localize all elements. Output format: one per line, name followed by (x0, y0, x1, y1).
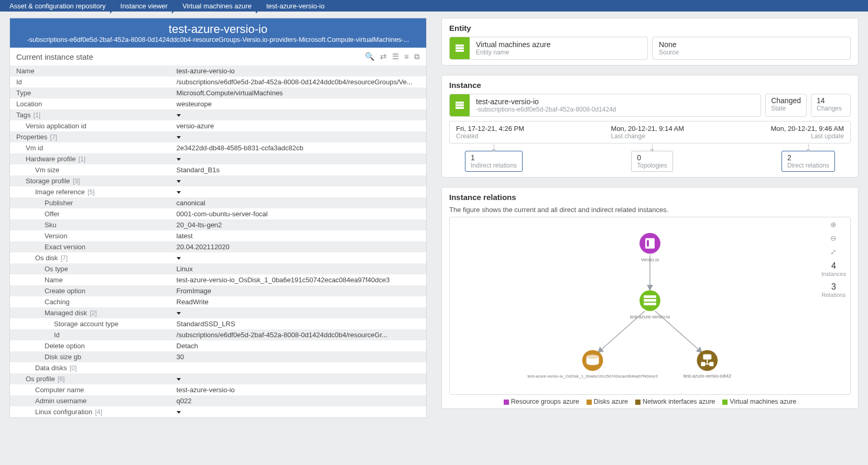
property-count: [5] (85, 189, 95, 196)
chevron-down-icon[interactable] (177, 378, 181, 381)
legend-item[interactable]: Disks azure (587, 398, 628, 405)
svg-rect-9 (645, 238, 655, 249)
property-value: Linux (177, 263, 426, 274)
property-row[interactable]: Storage profile [3] (10, 175, 426, 186)
instance-timestamps: Fri, 17-12-21, 4:26 PM Created Mon, 20-1… (449, 121, 851, 143)
instance-changes-box[interactable]: 14 Changes (811, 94, 851, 117)
svg-rect-10 (647, 240, 649, 247)
property-key: Sku (10, 219, 177, 230)
property-row[interactable]: Managed disk [2] (10, 307, 426, 318)
property-row[interactable]: Os profile [6] (10, 373, 426, 384)
property-count: [2] (87, 309, 97, 317)
property-key: Name (10, 274, 177, 285)
property-row[interactable]: Hardware profile [1] (10, 153, 426, 164)
property-key: Publisher (10, 197, 177, 208)
chevron-down-icon[interactable] (177, 158, 181, 161)
property-key: Type (10, 87, 177, 98)
collapse-all-icon[interactable]: ≡ (404, 52, 409, 61)
property-key: Offer (10, 208, 177, 219)
property-row[interactable]: Tags [1] (10, 109, 426, 120)
entity-source-box[interactable]: None Source (652, 37, 851, 60)
breadcrumb-item[interactable]: test-azure-versio-io (261, 2, 334, 10)
svg-point-17 (587, 355, 599, 359)
svg-rect-12 (644, 299, 656, 302)
instance-sub: -subscriptions-e6df0e5d-2baf-452a-8008-0… (476, 106, 616, 113)
relations-desc: The figure shows the current and all dir… (449, 206, 851, 214)
expand-all-icon[interactable]: ☰ (392, 52, 399, 61)
property-row[interactable]: Linux configuration [4] (10, 406, 426, 417)
property-value: ReadWrite (177, 296, 426, 307)
property-row: Data disks [0] (10, 362, 426, 373)
property-value: canonical (177, 197, 426, 208)
property-count: [7] (47, 134, 57, 141)
property-row[interactable]: Image reference [5] (10, 186, 426, 197)
search-icon[interactable]: 🔍 (365, 52, 375, 61)
chevron-down-icon[interactable] (177, 411, 181, 414)
chevron-down-icon[interactable] (177, 114, 181, 117)
entity-source: None (659, 40, 679, 49)
instance-name: test-azure-versio-io (476, 97, 616, 106)
shuffle-icon[interactable]: ⇄ (380, 52, 387, 61)
property-value (177, 186, 426, 197)
chevron-down-icon[interactable] (177, 180, 181, 183)
breadcrumb-item[interactable]: Asset & configuration repository (4, 2, 115, 10)
legend-swatch (635, 400, 641, 405)
legend-item[interactable]: Virtual machines azure (722, 398, 796, 405)
property-row: Id/subscriptions/e6df0e5d-2baf-452a-8008… (10, 329, 426, 340)
indirect-relations-box[interactable]: 1 Indirect relations (465, 151, 523, 172)
zoom-in-icon[interactable]: ⊕ (830, 220, 837, 229)
property-key: Storage account type (10, 318, 177, 329)
property-value (177, 362, 426, 373)
chevron-down-icon[interactable] (177, 312, 181, 315)
property-row: CachingReadWrite (10, 296, 426, 307)
property-row[interactable]: Properties [7] (10, 131, 426, 142)
expand-icon[interactable]: ⤢ (830, 248, 837, 256)
instance-detail-panel: test-azure-versio-io -subscriptions-e6df… (9, 18, 427, 418)
property-value: 20_04-lts-gen2 (177, 219, 426, 230)
property-key: Vm id (10, 142, 177, 153)
svg-rect-13 (644, 303, 656, 305)
instance-card-title: Instance (449, 81, 851, 90)
property-row: Os typeLinux (10, 263, 426, 274)
instance-title: test-azure-versio-io (15, 23, 421, 36)
legend-swatch (504, 400, 509, 405)
property-key: Exact version (10, 241, 177, 252)
legend-item[interactable]: Resource groups azure (504, 398, 579, 405)
property-value: 20.04.202112020 (177, 241, 426, 252)
property-key: Data disks [0] (10, 362, 177, 373)
copy-icon[interactable]: ⧉ (414, 52, 420, 61)
zoom-out-icon[interactable]: ⊖ (830, 234, 837, 242)
instance-name-box[interactable]: test-azure-versio-io -subscriptions-e6df… (449, 94, 761, 117)
breadcrumb-item[interactable]: Virtual machines azure (177, 2, 261, 10)
topologies-box[interactable]: 0 Topologies (631, 151, 672, 172)
svg-rect-3 (455, 102, 464, 104)
breadcrumb: Asset & configuration repository Instanc… (0, 0, 868, 12)
property-value: Microsoft.Compute/virtualMachines (177, 87, 426, 98)
direct-relations-box[interactable]: 2 Direct relations (782, 151, 835, 172)
chevron-down-icon[interactable] (177, 257, 181, 260)
property-key: Delete option (10, 340, 177, 351)
relations-svg: Versio.io test-azure-versio-io test-azur… (450, 217, 850, 394)
property-row[interactable]: Os disk [7] (10, 252, 426, 263)
breadcrumb-item[interactable]: Instance viewer (115, 2, 177, 10)
property-count: [7] (58, 254, 68, 262)
property-value: StandardSSD_LRS (177, 318, 426, 329)
property-key: Computer name (10, 384, 177, 395)
property-row: Admin usernameq022 (10, 395, 426, 406)
instance-state-box[interactable]: Changed State (765, 94, 807, 117)
entity-name-box[interactable]: Virtual machines azure Entity name (449, 37, 648, 60)
legend-item[interactable]: Network interfaces azure (635, 398, 715, 405)
property-row: Computer nametest-azure-versio-io (10, 384, 426, 395)
instance-subtitle: -subscriptions-e6df0e5d-2baf-452a-8008-0… (15, 36, 421, 43)
property-value (177, 109, 426, 120)
instance-created: Fri, 17-12-21, 4:26 PM (456, 125, 524, 132)
server-icon (450, 37, 470, 59)
property-row: Versionlatest (10, 230, 426, 241)
chevron-down-icon[interactable] (177, 191, 181, 194)
instance-relations-card: Instance relations The figure shows the … (441, 187, 859, 409)
chevron-down-icon[interactable] (177, 136, 181, 139)
relations-graph[interactable]: ⊕ ⊖ ⤢ 4 Instances 3 Relations (449, 217, 851, 395)
svg-rect-1 (455, 47, 464, 49)
instance-changes: 14 (817, 96, 845, 105)
property-row: Disk size gb30 (10, 351, 426, 362)
